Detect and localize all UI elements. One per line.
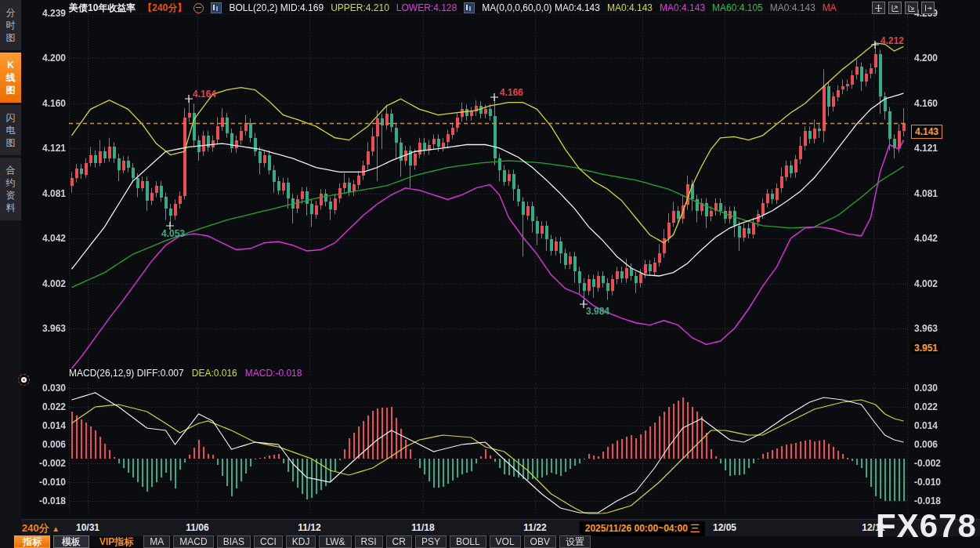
toolbar-button-OBV[interactable]: OBV <box>524 535 556 548</box>
axis-tick-label: 4.200 <box>914 53 938 64</box>
axis-tick-label: -0.010 <box>914 477 941 488</box>
crosshair-icon[interactable] <box>872 2 885 14</box>
sidebar: 分时图K线图闪电图合约资料 <box>0 0 21 548</box>
axis-tick-label: 4.002 <box>914 278 938 289</box>
axis-tick-label: 4.160 <box>22 98 66 109</box>
axis-tick-label: -0.002 <box>22 458 66 469</box>
price-annotation: 4.164 <box>193 89 216 100</box>
axis-tick-label: 3.963 <box>22 323 66 334</box>
axis-tick-label: 0.022 <box>22 401 66 412</box>
axis-tick-label: 0.006 <box>22 439 66 450</box>
scale-right-icon[interactable] <box>905 2 918 14</box>
axis-tick-label: -0.018 <box>914 495 941 506</box>
indicator-value: 美债10年收益率 <box>69 2 136 15</box>
axis-tick-label: -0.018 <box>22 495 66 506</box>
macd-header: MACD(26,12,9) DIFF:0.007DEA:0.016MACD:-0… <box>69 368 302 380</box>
toolbar-button-CR[interactable]: CR <box>386 535 412 548</box>
toolbar-button-指标[interactable]: 指标 <box>14 535 50 548</box>
axis-tick-label: 0.014 <box>22 420 66 431</box>
current-price-badge: 4.143 <box>911 125 942 139</box>
macd-indicator-value: DEA:0.016 <box>192 368 237 380</box>
sidebar-item-合约资料[interactable]: 合约资料 <box>0 158 21 220</box>
sidebar-item-K线图[interactable]: K线图 <box>0 53 21 103</box>
indicator-value: MA60:4.105 <box>712 2 763 13</box>
macd-indicator-value: MACD:-0.018 <box>245 368 302 380</box>
toolbar-button-MA[interactable]: MA <box>143 535 170 548</box>
sidebar-item-分时图[interactable]: 分时图 <box>0 0 21 50</box>
axis-tick-label: 0.006 <box>914 439 938 450</box>
period-up-arrow: ▲ <box>52 524 60 533</box>
toolbar-button-LW&[interactable]: LW& <box>319 535 351 548</box>
toolbar-button-RSI[interactable]: RSI <box>355 535 383 548</box>
axis-tick-label: 4.121 <box>914 143 938 154</box>
indicator-icon <box>211 2 222 13</box>
axis-tick-label: 3.963 <box>914 323 938 334</box>
indicator-value: MA0:4.143 <box>770 2 815 13</box>
chart-tools <box>872 2 935 14</box>
toolbar-button-BOLL[interactable]: BOLL <box>450 535 486 548</box>
date-label: 11/12 <box>298 522 320 533</box>
axis-tick-label: 4.239 <box>22 8 66 19</box>
toolbar-button-KDJ[interactable]: KDJ <box>286 535 316 548</box>
toolbar-button-VIP指标[interactable]: VIP指标 <box>92 535 140 548</box>
scale-left-icon[interactable] <box>888 2 902 14</box>
indicator-header: 美债10年收益率【240分】BOLL(20,2) MID:4.169UPPER:… <box>69 0 837 16</box>
current-bar-date-highlight: 2025/11/26 00:00~04:00 三 <box>580 521 705 536</box>
axis-tick-label: 4.121 <box>22 143 66 154</box>
indicator-value: MA0:4.143 <box>607 2 653 13</box>
record-icon[interactable] <box>18 374 30 386</box>
axis-tick-label: 4.081 <box>914 188 938 199</box>
axis-tick-label: 4.160 <box>914 98 938 109</box>
indicator-value: MA0:4.143 <box>660 2 705 13</box>
axis-tick-label: 4.002 <box>22 278 66 289</box>
axis-tick-label: 0.030 <box>22 383 66 394</box>
low-price-badge: 3.951 <box>911 342 941 354</box>
axis-tick-label: -0.002 <box>914 458 941 469</box>
detach-icon[interactable] <box>921 2 935 14</box>
record-dot-icon <box>21 377 27 383</box>
price-annotation: 4.053 <box>161 228 185 239</box>
axis-tick-label: 0.030 <box>914 383 938 394</box>
period-selector[interactable]: 240分 ▲ <box>22 521 60 535</box>
sidebar-item-闪电图[interactable]: 闪电图 <box>0 105 21 155</box>
date-label: 11/22 <box>523 522 546 533</box>
axis-tick-label: 0.014 <box>914 420 938 431</box>
axis-tick-label: 0.022 <box>914 401 938 412</box>
toolbar-button-设置[interactable]: 设置 <box>559 535 591 548</box>
axis-tick-label: 4.200 <box>22 53 66 64</box>
price-annotation: 4.166 <box>500 87 523 98</box>
indicator-value: 【240分】 <box>143 2 186 15</box>
indicator-value: LOWER:4.128 <box>396 2 457 13</box>
collapse-icon[interactable] <box>193 3 204 13</box>
date-label: 11/18 <box>411 522 434 533</box>
trading-terminal: 分时图K线图闪电图合约资料 美债10年收益率【240分】BOLL(20,2) M… <box>0 0 980 548</box>
period-label: 240分 <box>22 522 49 534</box>
price-annotation: 3.984 <box>586 306 609 317</box>
date-label: 12/05 <box>713 522 736 533</box>
toolbar-button-PSY[interactable]: PSY <box>415 535 447 548</box>
toolbar-button-VOL[interactable]: VOL <box>490 535 521 548</box>
watermark: FX678 <box>876 508 977 544</box>
date-label: 10/31 <box>76 522 99 533</box>
toolbar-button-BIAS[interactable]: BIAS <box>217 535 251 548</box>
toolbar-button-MACD[interactable]: MACD <box>173 535 213 548</box>
indicator-value: UPPER:4.210 <box>331 2 389 13</box>
kline-chart-canvas[interactable] <box>0 0 980 548</box>
indicator-icon <box>464 2 475 13</box>
price-annotation: 4.212 <box>881 35 904 46</box>
toolbar-button-模板[interactable]: 模板 <box>53 535 89 548</box>
date-label: 11/06 <box>186 522 208 533</box>
axis-tick-label: 4.081 <box>22 188 66 199</box>
indicator-value: MA(0,0,0,60,0,0) MA0:4.143 <box>482 2 600 13</box>
toolbar-button-CCI[interactable]: CCI <box>254 535 283 548</box>
macd-indicator-value: MACD(26,12,9) DIFF:0.007 <box>69 368 184 380</box>
axis-tick-label: 4.042 <box>22 233 66 244</box>
axis-tick-label: -0.010 <box>22 477 66 488</box>
axis-tick-label: 4.042 <box>914 233 938 244</box>
indicator-toolbar: 指标模板VIP指标MAMACDBIASCCIKDJLW&RSICRPSYBOLL… <box>14 535 591 548</box>
indicator-value: BOLL(20,2) MID:4.169 <box>229 2 324 13</box>
date-axis: 10/3111/0611/1211/1811/2212/0512/112025/… <box>21 519 980 536</box>
indicator-value: MA <box>823 2 837 13</box>
